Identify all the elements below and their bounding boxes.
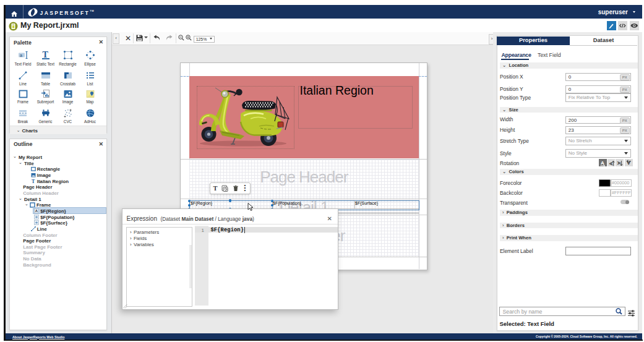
svg-text:a: a (20, 53, 22, 58)
svg-text:A: A (35, 209, 38, 213)
svg-text:T: T (42, 50, 48, 59)
svg-text:T: T (32, 179, 35, 184)
svg-text:A: A (616, 161, 622, 165)
